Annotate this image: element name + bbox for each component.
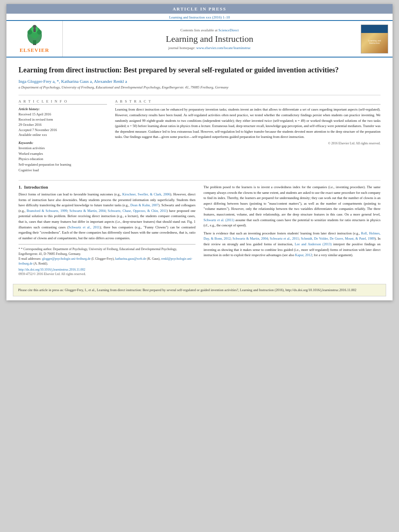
aip-banner-text: ARTICLE IN PRESS <box>173 6 226 11</box>
section1-number: 1. <box>19 185 22 189</box>
journal-cover-image: Learning and Instruction <box>361 25 388 53</box>
journal-title: Learning and Instruction <box>166 34 253 44</box>
intro-para-2: The problem posed to the learners is to … <box>204 185 380 228</box>
article-history: Article history: Received 15 April 2016 … <box>19 107 107 138</box>
keyword-3: Physics education <box>19 156 107 162</box>
keyword-4: Self-regulated preparation for learning <box>19 162 107 168</box>
svg-point-5 <box>37 30 42 35</box>
journal-cover-section: Learning and Instruction <box>356 21 393 57</box>
doi-link[interactable]: http://dx.doi.org/10.1016/j.learninstruc… <box>19 268 195 271</box>
ref-lee[interactable]: Lee and Anderson (2013) <box>295 242 332 246</box>
history-label: Article history: <box>19 107 107 111</box>
revised-label: Received in revised form <box>19 117 107 122</box>
ref-schwartz11c[interactable]: Schwartz et al. (2011) <box>204 218 234 222</box>
sciencedirect-anchor[interactable]: ScienceDirect <box>218 28 239 32</box>
authors-text: Inga Glogger-Frey a, *, Katharina Gaus a… <box>19 79 127 84</box>
keyword-5: Cognitive load <box>19 168 107 173</box>
email-1[interactable]: glogger@psychologie.uni-freiburg.de <box>42 257 91 261</box>
article-content: Learning from direct instruction: Best p… <box>6 58 393 280</box>
elsevier-label: ELSEVIER <box>20 47 49 53</box>
section1-title-text: Introduction <box>24 185 48 189</box>
journal-reference: Learning and Instruction xxx (2016) 1–10 <box>6 14 393 20</box>
journal-ref-text: Learning and Instruction xxx (2016) 1–10 <box>169 15 230 19</box>
ref-kapur[interactable]: Kapur, 2012 <box>295 253 312 257</box>
revised-date: 29 October 2016 <box>19 122 107 127</box>
divider-2 <box>19 180 380 181</box>
citation-text: Please cite this article in press as: Gl… <box>18 288 356 292</box>
keyword-2: Worked examples <box>19 151 107 157</box>
svg-point-4 <box>27 30 32 35</box>
ref-schwartz04b[interactable]: Schwartz & Martin, 2004 <box>232 236 268 240</box>
aip-banner: ARTICLE IN PRESS <box>6 4 393 14</box>
doi-anchor[interactable]: http://dx.doi.org/10.1016/j.learninstruc… <box>19 268 85 271</box>
footnote-emails: E-mail addresses: glogger@psychologie.un… <box>19 257 195 266</box>
keywords-label: Keywords: <box>19 141 107 145</box>
sciencedirect-link: Contents lists available at ScienceDirec… <box>181 28 239 32</box>
footnote-corresponding: * * Corresponding author. Department of … <box>19 247 195 257</box>
authors-line: Inga Glogger-Frey a, *, Katharina Gaus a… <box>19 79 380 84</box>
homepage-link[interactable]: www.elsevier.com/locate/learninstruc <box>196 46 251 50</box>
received-date: Received 15 April 2016 <box>19 112 107 117</box>
issn-text: 0959-4752/© 2016 Elsevier Ltd. All right… <box>19 272 195 276</box>
keyword-1: Invention activities <box>19 146 107 151</box>
affiliation: a Department of Psychology, University o… <box>19 85 380 89</box>
divider-1 <box>19 95 380 95</box>
email-2[interactable]: katharina.gaus@web.de <box>115 257 146 261</box>
abstract-section: A B S T R A C T Learning from direct ins… <box>115 99 380 176</box>
body-section: 1. Introduction Direct forms of instruct… <box>19 185 380 276</box>
ref-schwartz11[interactable]: Schwartz, Chase, Oppezzo, & Chin, 2011 <box>108 209 167 213</box>
article-info-header: A R T I C L E I N F O <box>19 99 107 105</box>
ref-dean[interactable]: Dean & Kuhn, 2007 <box>130 203 158 207</box>
section1-title: 1. Introduction <box>19 185 195 189</box>
abstract-text: Learning from direct instruction can be … <box>115 107 380 140</box>
ref-schmidt[interactable]: Schmidt, De Volder, De Grave, Moust, & P… <box>301 236 375 240</box>
copyright-text: © 2016 Elsevier Ltd. All rights reserved… <box>115 142 380 145</box>
svg-rect-7 <box>33 28 36 32</box>
keywords-section: Keywords: Invention activities Worked ex… <box>19 141 107 173</box>
svg-point-6 <box>33 25 36 28</box>
intro-para-3: There is evidence that such an inventing… <box>204 231 380 258</box>
accepted-date: Accepted 7 November 2016 <box>19 127 107 133</box>
journal-homepage: journal homepage: www.elsevier.com/locat… <box>169 46 251 50</box>
keywords-list: Invention activities Worked examples Phy… <box>19 146 107 173</box>
body-col-left: 1. Introduction Direct forms of instruct… <box>19 185 195 276</box>
page: ARTICLE IN PRESS Learning and Instructio… <box>6 4 393 300</box>
article-info: A R T I C L E I N F O Article history: R… <box>19 99 107 176</box>
journal-header-center: Contents lists available at ScienceDirec… <box>63 21 356 57</box>
intro-para-1: Direct forms of instruction can lead to … <box>19 192 195 241</box>
available-date: Available online xxx <box>19 132 107 138</box>
ref-bransford[interactable]: Bransford & Schwartz, 1999 <box>27 209 67 213</box>
ref-schwartz11b[interactable]: Schwartz et al., 2011 <box>68 225 100 229</box>
journal-header: ELSEVIER Contents lists available at Sci… <box>6 20 393 58</box>
article-title: Learning from direct instruction: Best p… <box>19 66 380 75</box>
footnote-section: * * Corresponding author. Department of … <box>19 244 195 276</box>
elsevier-logo-section: ELSEVIER <box>6 21 63 57</box>
body-col-right: The problem posed to the learners is to … <box>204 185 380 276</box>
citation-bar: Please cite this article in press as: Gl… <box>13 284 386 296</box>
ref-kirschner[interactable]: Kirschner, Sweller, & Clark, 2006 <box>122 192 170 196</box>
info-abstract-section: A R T I C L E I N F O Article history: R… <box>19 99 380 176</box>
abstract-header: A B S T R A C T <box>115 99 380 105</box>
ref-schwartz04[interactable]: Schwartz & Martin, 2004 <box>70 209 106 213</box>
ref-schwartz11d[interactable]: Schwartz et al., 2011 <box>270 236 299 240</box>
elsevier-tree-icon <box>23 24 47 46</box>
